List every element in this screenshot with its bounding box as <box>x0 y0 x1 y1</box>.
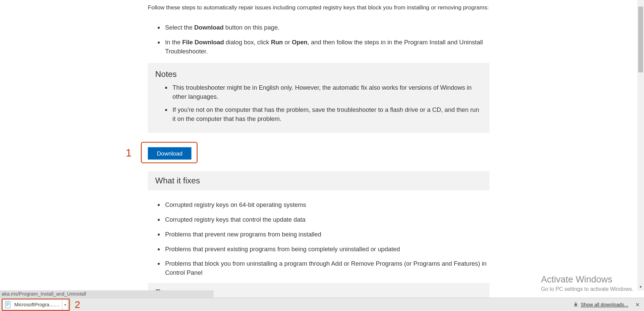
scrollbar-thumb[interactable] <box>638 7 643 73</box>
watermark-subtitle: Go to PC settings to activate Windows. <box>541 286 633 292</box>
scrollbar-down-arrow-icon[interactable]: ▼ <box>637 284 644 291</box>
downloaded-file-name: MicrosoftProgra....diagcab <box>14 302 62 308</box>
svg-rect-3 <box>6 305 8 306</box>
annotation-number-2: 2 <box>75 299 80 310</box>
list-item: Problems that block you from uninstallin… <box>164 259 490 277</box>
svg-rect-1 <box>6 303 9 303</box>
annotation-number-1: 1 <box>126 147 132 160</box>
list-item: Corrupted registry keys that control the… <box>164 215 490 224</box>
list-item: Problems that prevent new programs from … <box>164 230 490 239</box>
what-it-fixes-header: What it fixes <box>148 171 490 191</box>
chevron-down-icon[interactable]: ▾ <box>62 300 68 310</box>
downloaded-file-chip[interactable]: MicrosoftProgra....diagcab ▾ <box>2 299 68 310</box>
list-item: Corrupted registry keys on 64-bit operat… <box>164 201 490 210</box>
watermark-title: Activate Windows <box>541 274 633 285</box>
svg-rect-2 <box>6 304 9 305</box>
show-all-downloads-link[interactable]: Show all downloads... <box>573 302 628 308</box>
notes-panel: Notes This troubleshooter might be in En… <box>148 63 490 133</box>
svg-rect-0 <box>5 301 10 308</box>
step-item: In the File Download dialog box, click R… <box>164 38 490 55</box>
list-item: Problems that prevent existing programs … <box>164 245 490 254</box>
what-it-fixes-list: Corrupted registry keys on 64-bit operat… <box>148 201 490 277</box>
vertical-scrollbar[interactable]: ▼ <box>637 0 644 290</box>
section-title: What it fixes <box>155 176 482 185</box>
close-shelf-button[interactable]: ✕ <box>634 302 641 308</box>
article-content: Follow these steps to automatically repa… <box>148 0 490 311</box>
activate-windows-watermark: Activate Windows Go to PC settings to ac… <box>541 274 633 292</box>
intro-text: Follow these steps to automatically repa… <box>148 0 490 13</box>
notes-list: This troubleshooter might be in English … <box>172 83 482 123</box>
notes-title: Notes <box>155 70 482 79</box>
list-item: If you're not on the computer that has t… <box>172 105 482 123</box>
step-item: Select the Download button on this page. <box>164 23 490 32</box>
file-icon <box>4 301 12 308</box>
downloads-shelf: 2 MicrosoftProgra....diagcab ▾ Show all … <box>0 298 644 311</box>
download-button[interactable]: Download <box>148 147 192 160</box>
show-all-downloads-label: Show all downloads... <box>581 302 628 308</box>
download-arrow-icon <box>573 302 578 308</box>
list-item: This troubleshooter might be in English … <box>172 83 482 101</box>
download-row: 1 Download <box>148 143 490 165</box>
status-bar-url: aka.ms/Program_Install_and_Uninstall <box>0 290 214 298</box>
steps-list: Select the Download button on this page.… <box>164 23 490 56</box>
